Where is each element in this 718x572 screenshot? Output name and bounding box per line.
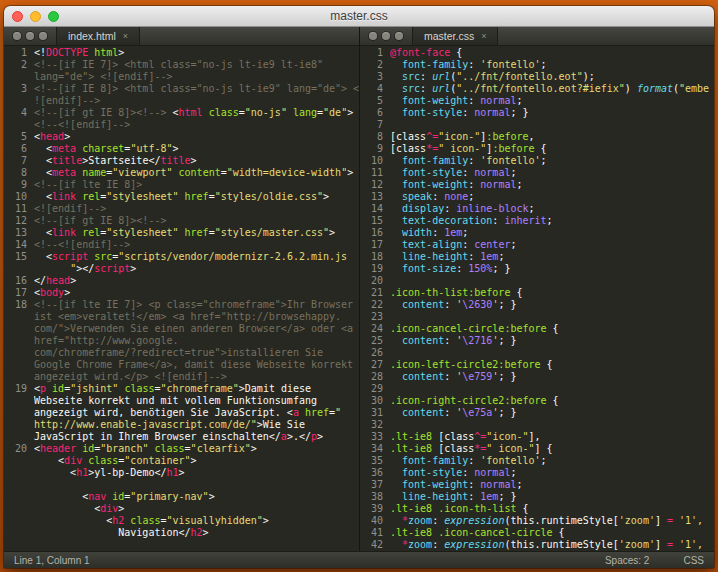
pane-dot-icon[interactable] (395, 32, 403, 40)
code-row: 17 text-align: center; (360, 239, 714, 251)
code-line: content: '\e759'; } (390, 371, 714, 383)
code-line: <!--[if lte IE 7]> <p class="chromeframe… (34, 299, 359, 311)
line-number: 17 (360, 239, 390, 251)
line-number: 13 (360, 191, 390, 203)
line-number (4, 467, 34, 479)
code-line: content: '\e75a'; } (390, 407, 714, 419)
code-row: 16</head> (4, 275, 359, 287)
line-number (4, 455, 34, 467)
line-number: 6 (4, 143, 34, 155)
code-line: @font-face { (390, 47, 714, 59)
code-line: font-family: 'fontello'; (390, 155, 714, 167)
line-number (4, 419, 34, 431)
indentation-setting[interactable]: Spaces: 2 (605, 555, 649, 566)
line-number: 17 (4, 287, 34, 299)
code-row: 2<!--[if IE 7]> <html class="no-js lt-ie… (4, 59, 359, 71)
code-row: 26 (360, 347, 714, 359)
code-line: <!DOCTYPE html> (34, 47, 359, 59)
code-line: <!--<![endif]--> (34, 119, 359, 131)
code-line: </head> (34, 275, 359, 287)
code-line: width: 1em; (390, 227, 714, 239)
pane-dot-icon[interactable] (26, 32, 34, 40)
line-number: 28 (360, 371, 390, 383)
code-row: 9[class*=" icon-"]:before { (360, 143, 714, 155)
pane-dot-icon[interactable] (13, 32, 21, 40)
code-row: 29 (360, 383, 714, 395)
line-number: 11 (360, 167, 390, 179)
line-number: 36 (360, 467, 390, 479)
code-line: [class*=" icon-"]:before { (390, 143, 714, 155)
code-line: font-weight: normal; (390, 179, 714, 191)
code-line: line-height: 1em; } (390, 491, 714, 503)
line-number (4, 71, 34, 83)
line-number: 11 (4, 203, 34, 215)
code-line (390, 275, 714, 287)
tab-master-css[interactable]: master.css × (412, 27, 498, 45)
line-number (4, 335, 34, 347)
code-line: <body> (34, 287, 359, 299)
code-row: 27.icon-left-circle2:before { (360, 359, 714, 371)
line-number (4, 371, 34, 383)
line-number: 18 (4, 299, 34, 311)
code-line: <meta name="viewport" content="width=dev… (34, 167, 359, 179)
minimize-window-icon[interactable] (30, 11, 41, 22)
code-row: <div class="container"> (4, 455, 359, 467)
code-line: <title>Startseite</title> (34, 155, 359, 167)
code-line: .icon-left-circle2:before { (390, 359, 714, 371)
code-line (390, 419, 714, 431)
code-row: 10 font-family: 'fontello'; (360, 155, 714, 167)
code-editor-index-html[interactable]: 1<!DOCTYPE html>2<!--[if IE 7]> <html cl… (4, 46, 359, 551)
line-number: 24 (360, 323, 390, 335)
close-window-icon[interactable] (12, 11, 23, 22)
code-line: <script src="scripts/vendor/modernizr-2.… (34, 251, 359, 263)
code-row (4, 479, 359, 491)
line-number (4, 119, 34, 131)
code-row: ![endif]--> (4, 95, 359, 107)
tab-close-icon[interactable]: × (123, 32, 128, 41)
pane-dot-icon[interactable] (382, 32, 390, 40)
line-number: 33 (360, 431, 390, 443)
line-number: 10 (4, 191, 34, 203)
code-row: <!--<![endif]--> (4, 119, 359, 131)
code-row: 21.icon-th-list:before { (360, 287, 714, 299)
code-row: lang="de"> <![endif]--> (4, 71, 359, 83)
code-row: angezeigt wird, benötigen Sie JavaScript… (4, 407, 359, 419)
line-number: 16 (4, 275, 34, 287)
code-row: 25 content: '\2716'; } (360, 335, 714, 347)
code-row: 34.lt-ie8 [class*=" icon-"] { (360, 443, 714, 455)
code-editor-master-css[interactable]: 1@font-face {2 font-family: 'fontello';3… (360, 46, 714, 551)
code-line: "></script> (34, 263, 359, 275)
line-number: 27 (360, 359, 390, 371)
code-row: Navigation</h2> (4, 527, 359, 539)
line-number: 14 (4, 239, 34, 251)
tab-index-html[interactable]: index.html × (56, 27, 140, 45)
line-number: 9 (4, 179, 34, 191)
line-number: 42 (360, 539, 390, 551)
code-row: 41.lt-ie8 .icon-cancel-circle { (360, 527, 714, 539)
code-line: <header id="branch" class="clearfix"> (34, 443, 359, 455)
line-number: 15 (4, 251, 34, 263)
editor-window: master.css index.html × 1<!DOCTYPE html>… (4, 6, 714, 568)
line-number: 4 (4, 107, 34, 119)
pane-dot-icon[interactable] (39, 32, 47, 40)
zoom-window-icon[interactable] (48, 11, 59, 22)
syntax-mode[interactable]: CSS (683, 555, 704, 566)
pane-dot-icon[interactable] (369, 32, 377, 40)
code-line: .icon-cancel-circle:before { (390, 323, 714, 335)
code-row: 19 font-size: 150%; } (360, 263, 714, 275)
code-row: 31 content: '\e75a'; } (360, 407, 714, 419)
code-line: <link rel="stylesheet" href="styles/mast… (34, 227, 359, 239)
code-line: <!--[if gt IE 8]><!--> (34, 215, 359, 227)
tab-close-icon[interactable]: × (481, 32, 486, 41)
line-number: 2 (360, 59, 390, 71)
window-titlebar[interactable]: master.css (4, 6, 714, 27)
line-number: 8 (4, 167, 34, 179)
line-number: 7 (360, 119, 390, 131)
code-line: font-style: normal; (390, 167, 714, 179)
line-number (4, 359, 34, 371)
cursor-position: Line 1, Column 1 (14, 555, 90, 566)
line-number: 34 (360, 443, 390, 455)
line-number (4, 479, 34, 491)
code-line: .icon-right-circle2:before { (390, 395, 714, 407)
code-line: font-weight: normal; (390, 479, 714, 491)
